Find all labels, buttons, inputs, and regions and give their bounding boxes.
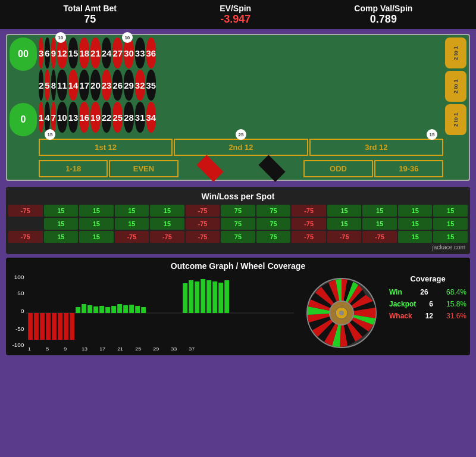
cell-15[interactable]: 15 (68, 37, 79, 68)
cell-17[interactable]: 17 (79, 70, 89, 101)
wl-r3c8: 75 (256, 231, 291, 243)
wl-r2c2: 15 (44, 218, 79, 230)
ev-spin-block: EV/Spin -3.947 (220, 4, 251, 26)
cell-26[interactable]: 26 (112, 70, 123, 101)
wl-r2c1 (8, 218, 43, 230)
svg-rect-18 (99, 306, 104, 313)
coverage-win-pct: 68.4% (446, 288, 466, 296)
cell-13[interactable]: 13 (68, 102, 79, 133)
cell-30[interactable]: 30 10 (124, 37, 134, 68)
two-to-one-top[interactable]: 2 to 1 (445, 37, 466, 68)
cell-34[interactable]: 34 (146, 102, 156, 133)
cell-7[interactable]: 7 (51, 102, 56, 133)
svg-text:25: 25 (135, 346, 141, 351)
cell-8[interactable]: 8 (51, 70, 56, 101)
wl-r3c13: 15 (433, 231, 468, 243)
cell-21[interactable]: 21 (90, 37, 101, 68)
cell-22[interactable]: 22 (102, 102, 112, 133)
svg-text:37: 37 (189, 346, 195, 351)
comp-val-spin-block: Comp Val/Spin 0.789 (354, 4, 412, 26)
svg-rect-24 (135, 306, 140, 313)
svg-rect-7 (34, 313, 39, 340)
cell-35[interactable]: 35 (146, 70, 156, 101)
roulette-table: 00 0 3 6 9 12 10 15 18 21 24 27 (6, 34, 470, 181)
cell-20[interactable]: 20 (90, 70, 101, 101)
diamond-black-area[interactable] (242, 159, 302, 177)
svg-rect-19 (105, 307, 110, 313)
coverage-jackpot-row: Jackpot 6 15.8% (389, 300, 466, 308)
cell-1[interactable]: 1 (39, 102, 43, 133)
total-amt-bet-block: Total Amt Bet 75 (64, 4, 117, 26)
cell-3[interactable]: 3 (39, 37, 43, 68)
cell-23[interactable]: 23 (102, 70, 112, 101)
even-odd[interactable]: ODD (303, 160, 372, 177)
svg-rect-22 (123, 305, 128, 313)
cell-6[interactable]: 6 (45, 37, 49, 68)
cell-31[interactable]: 31 (135, 102, 145, 133)
wheel-area (300, 274, 383, 352)
cell-9[interactable]: 9 (51, 37, 56, 68)
svg-rect-8 (40, 313, 45, 340)
cell-32[interactable]: 32 (135, 70, 145, 101)
svg-rect-12 (64, 313, 68, 340)
coverage-jackpot-pct: 15.8% (446, 300, 466, 308)
red-diamond-icon (196, 155, 223, 181)
cell-25[interactable]: 25 (112, 102, 123, 133)
chip-10-col4: 10 (55, 32, 66, 43)
cell-33[interactable]: 33 (135, 37, 145, 68)
cell-36[interactable]: 36 (146, 37, 156, 68)
wl-r1c5: 15 (150, 205, 184, 217)
svg-text:9: 9 (64, 346, 67, 351)
cell-11[interactable]: 11 (57, 70, 67, 101)
even-19-36[interactable]: 19-36 (374, 160, 443, 177)
dozen-1st12[interactable]: 1st 12 15 (39, 139, 173, 156)
cell-18[interactable]: 18 (79, 37, 89, 68)
even-even[interactable]: EVEN (109, 160, 178, 177)
wl-r3c2: 15 (44, 231, 79, 243)
cell-5[interactable]: 5 (45, 70, 49, 101)
ev-spin-value: -3.947 (220, 13, 251, 26)
cell-10[interactable]: 10 (57, 102, 67, 133)
winloss-row-3: -75 15 15 -75 -75 -75 75 75 -75 -75 -75 … (8, 231, 468, 243)
wl-r1c6: -75 (186, 205, 220, 217)
coverage-jackpot-label: Jackpot (389, 300, 416, 308)
wl-r2c6: -75 (186, 218, 220, 230)
diamond-red-area[interactable] (180, 159, 240, 177)
svg-rect-28 (195, 281, 199, 313)
coverage-win-label: Win (389, 288, 402, 296)
wl-r1c2: 15 (44, 205, 79, 217)
cell-19[interactable]: 19 (90, 102, 101, 133)
wl-r3c12: 15 (398, 231, 433, 243)
cell-14[interactable]: 14 (68, 70, 79, 101)
cell-2[interactable]: 2 (39, 70, 43, 101)
two-to-one-mid[interactable]: 2 to 1 (445, 71, 466, 102)
cell-29[interactable]: 29 (124, 70, 134, 101)
outcome-body: 100 50 0 -50 -100 (10, 274, 466, 352)
outcome-title: Outcome Graph / Wheel Coverage (10, 261, 466, 271)
wl-r1c4: 15 (115, 205, 149, 217)
coverage-whack-label: Whack (389, 312, 412, 320)
svg-text:-100: -100 (12, 342, 24, 348)
coverage-whack-count: 12 (425, 312, 433, 320)
dozen-2nd12[interactable]: 2nd 12 25 (174, 139, 308, 156)
even-1-18[interactable]: 1-18 (39, 160, 108, 177)
two-to-one-bot[interactable]: 2 to 1 (445, 104, 466, 135)
cell-16[interactable]: 16 (79, 102, 89, 133)
cell-00[interactable]: 00 (10, 37, 37, 71)
cell-27[interactable]: 27 (112, 37, 123, 68)
winloss-row-2: 15 15 15 15 -75 75 75 -75 15 15 15 15 (8, 218, 468, 230)
svg-rect-32 (218, 283, 223, 313)
ev-spin-label: EV/Spin (220, 4, 251, 13)
cell-28[interactable]: 28 (124, 102, 134, 133)
cell-12[interactable]: 12 10 (57, 37, 67, 68)
dozen-3rd12[interactable]: 3rd 12 15 (309, 139, 443, 156)
wl-r2c11: 15 (362, 218, 397, 230)
two-to-one-column: 2 to 1 2 to 1 2 to 1 (445, 37, 466, 177)
svg-rect-17 (93, 306, 98, 313)
outcome-section: Outcome Graph / Wheel Coverage 100 50 0 … (6, 258, 470, 355)
cell-4[interactable]: 4 (45, 102, 49, 133)
wl-r3c11: -75 (362, 231, 397, 243)
wl-r3c7: 75 (221, 231, 255, 243)
cell-24[interactable]: 24 (102, 37, 112, 68)
cell-0[interactable]: 0 (10, 103, 37, 136)
